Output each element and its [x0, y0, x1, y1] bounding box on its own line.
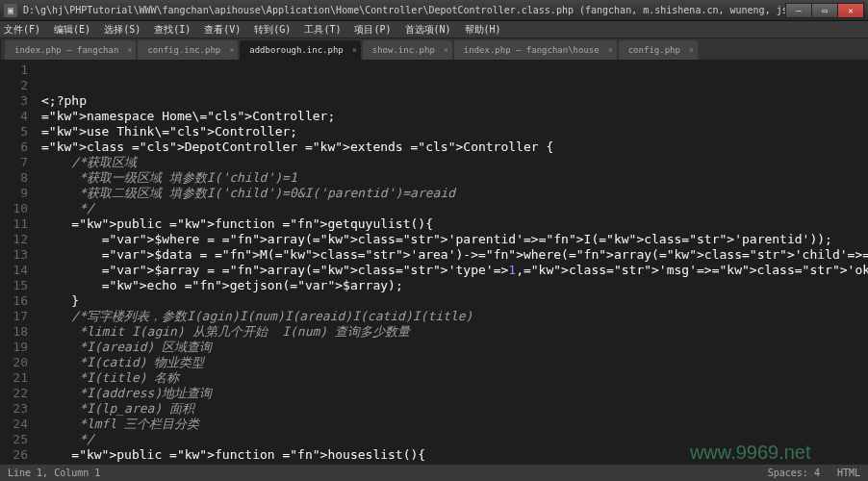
tab-bar: index.php — fangchan×config.inc.php×addb…	[1, 38, 868, 60]
menu-tools[interactable]: 工具(T)	[304, 23, 341, 37]
status-pos[interactable]: Line 1, Column 1	[8, 468, 100, 478]
watermark: www.9969.net	[690, 444, 811, 460]
menu-bar: 文件(F) 编辑(E) 选择(S) 查找(I) 查看(V) 转到(G) 工具(T…	[0, 21, 868, 38]
code-line[interactable]: *limit I(agin) 从第几个开始 I(num) 查询多少数量	[41, 324, 868, 340]
code-line[interactable]: ="var">$where = ="fn">array(="kw">class=…	[41, 232, 868, 247]
editor-tab[interactable]: show.inc.php×	[363, 40, 452, 60]
code-line[interactable]: *获取一级区域 填参数I('child')=1	[41, 170, 868, 186]
code-line[interactable]: *lmfl 三个栏目分类	[41, 417, 868, 432]
editor-area: index.php — fangchan×config.inc.php×addb…	[1, 38, 868, 464]
code-line[interactable]: *I(areaid) 区域查询	[41, 340, 868, 355]
code-line[interactable]: ="kw">echo ="fn">getjson(="var">$array);	[41, 278, 868, 293]
code-view[interactable]: 1234567891011121314151617181920212223242…	[1, 60, 868, 464]
menu-edit[interactable]: 编辑(E)	[54, 23, 90, 37]
code-line[interactable]: ="var">$array = ="fn">array(="kw">class=…	[41, 263, 868, 278]
line-gutter: 1234567891011121314151617181920212223242…	[1, 60, 36, 464]
code-line[interactable]: /*写字楼列表，参数I(agin)I(num)I(areaid)I(catid)…	[41, 309, 868, 324]
maximize-button[interactable]: ▭	[811, 3, 838, 18]
app-icon: ▣	[4, 4, 17, 17]
editor-tab[interactable]: config.php×	[619, 40, 698, 60]
status-lang[interactable]: HTML	[837, 468, 860, 478]
code-line[interactable]: *I(lp_area) 面积	[41, 401, 868, 417]
tab-close-icon[interactable]: ×	[128, 46, 133, 55]
menu-find[interactable]: 查找(I)	[154, 23, 191, 37]
tab-close-icon[interactable]: ×	[352, 46, 357, 55]
tab-close-icon[interactable]: ×	[689, 46, 694, 55]
code-line[interactable]: <;?php	[41, 93, 868, 109]
title-bar: ▣ D:\g\hj\PHPTutorial\WWW\fangchan\apiho…	[0, 0, 868, 21]
menu-select[interactable]: 选择(S)	[104, 23, 140, 37]
menu-goto[interactable]: 转到(G)	[254, 23, 291, 37]
menu-project[interactable]: 项目(P)	[354, 23, 391, 37]
code-line[interactable]: ="kw">public ="kw">function ="fn">getquy…	[41, 216, 868, 232]
code-line[interactable]: *I(title) 名称	[41, 370, 868, 386]
status-spaces[interactable]: Spaces: 4	[768, 468, 820, 478]
editor-tab[interactable]: index.php — fangchan×	[5, 40, 136, 60]
code-lines[interactable]: <;?php="kw">namespace Home\="cls">Contro…	[36, 60, 868, 464]
code-line[interactable]: *获取二级区域 填参数I('child')=0&I('parentid')=ar…	[41, 186, 868, 201]
code-line[interactable]: }	[41, 293, 868, 309]
code-line[interactable]: ="var">$data = ="fn">M(="kw">class="str"…	[41, 247, 868, 263]
close-button[interactable]: ✕	[837, 3, 864, 18]
code-line[interactable]: ="kw">use Think\="cls">Controller;	[41, 124, 868, 139]
menu-help[interactable]: 帮助(H)	[465, 23, 501, 37]
tab-close-icon[interactable]: ×	[608, 46, 613, 55]
menu-file[interactable]: 文件(F)	[4, 23, 40, 37]
status-bar: Line 1, Column 1 Spaces: 4 HTML	[0, 464, 868, 481]
menu-view[interactable]: 查看(V)	[204, 23, 241, 37]
code-line[interactable]: /*获取区域	[41, 155, 868, 170]
tab-close-icon[interactable]: ×	[444, 46, 448, 55]
editor-tab[interactable]: index.php — fangchan\house×	[454, 40, 617, 60]
code-line[interactable]: */	[41, 201, 868, 216]
editor-tab[interactable]: config.inc.php×	[138, 40, 238, 60]
menu-pref[interactable]: 首选项(N)	[405, 23, 451, 37]
tab-close-icon[interactable]: ×	[229, 46, 234, 55]
code-line[interactable]: ="kw">class ="cls">DepotController ="kw"…	[41, 139, 868, 155]
window-title: D:\g\hj\PHPTutorial\WWW\fangchan\apihous…	[23, 4, 786, 17]
window-controls: — ▭ ✕	[786, 3, 864, 18]
code-line[interactable]: *I(address)地址查询	[41, 386, 868, 401]
code-line[interactable]: /*价格 jiagef jiagel	[41, 463, 868, 464]
code-line[interactable]: ="kw">namespace Home\="cls">Controller;	[41, 109, 868, 124]
editor-tab[interactable]: addborough.inc.php×	[240, 40, 361, 60]
code-line[interactable]: *I(catid) 物业类型	[41, 355, 868, 370]
minimize-button[interactable]: —	[785, 3, 812, 18]
